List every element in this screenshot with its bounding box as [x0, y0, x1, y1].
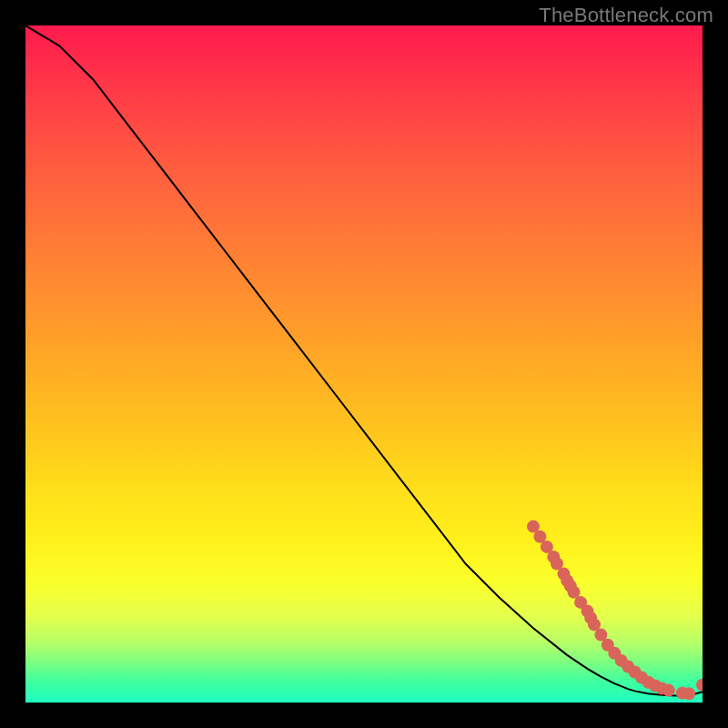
- chart-frame: TheBottleneck.com: [0, 0, 728, 728]
- plot-area: [25, 25, 703, 703]
- data-marker: [682, 687, 695, 700]
- data-marker: [696, 679, 703, 692]
- chart-svg: [25, 25, 703, 703]
- data-marker: [662, 684, 675, 697]
- watermark-label: TheBottleneck.com: [539, 4, 713, 27]
- curve-line: [25, 25, 703, 696]
- scatter-markers: [527, 521, 703, 701]
